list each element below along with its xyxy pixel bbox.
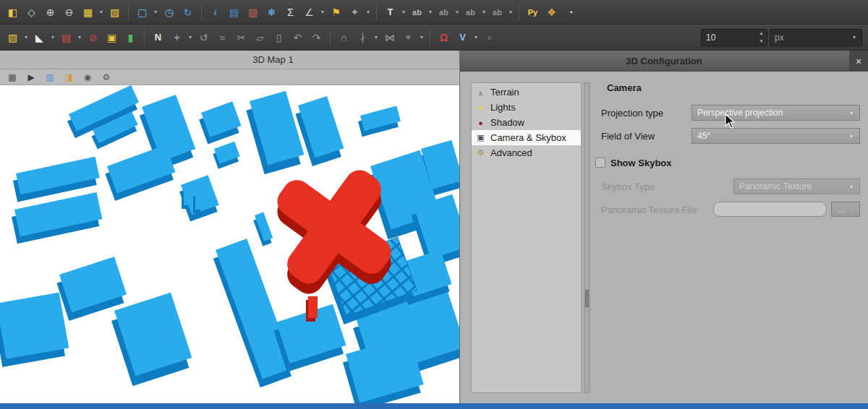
nav-scrollbar[interactable]	[584, 82, 590, 393]
current-edits-icon[interactable]: ▨	[4, 29, 21, 46]
toolbar-separator	[330, 30, 331, 46]
dropdown-caret-icon[interactable]: ▾	[473, 34, 479, 40]
temporal-controller-icon[interactable]: ◷	[161, 4, 177, 20]
dropdown-caret-icon[interactable]: ▾	[401, 9, 407, 15]
dropdown-caret-icon[interactable]: ▾	[373, 34, 379, 40]
north-arrow-icon[interactable]: N	[150, 29, 166, 46]
attribute-table-icon[interactable]: ▤	[226, 4, 242, 20]
metasearch-icon[interactable]: ◔	[562, 4, 579, 20]
save-as-image-icon[interactable]: ▥	[43, 71, 56, 84]
nav-item-lights[interactable]: ● Lights	[472, 100, 581, 115]
label-tool-icon[interactable]: ab	[435, 4, 452, 20]
dropdown-caret-icon[interactable]: ▾	[98, 9, 104, 15]
rotate-feature-icon[interactable]: ↺	[195, 29, 212, 46]
zoom-out-icon[interactable]: ⊖	[61, 4, 77, 20]
simplify-feature-icon[interactable]: ≈	[214, 29, 231, 46]
close-button[interactable]: ×	[849, 51, 868, 72]
processing-toolbox-icon[interactable]: ❄	[263, 4, 280, 20]
toolbar-separator	[128, 4, 129, 20]
paste-features-icon[interactable]: ▯	[271, 29, 287, 46]
chevron-down-icon: ▾	[848, 133, 854, 139]
split-features-icon[interactable]: ∤	[354, 29, 371, 46]
show-skybox-checkbox[interactable]	[595, 158, 605, 168]
vertex-tool-icon[interactable]: ⌖	[400, 29, 417, 46]
main-toolbar: ◧ ◇ ⊕ ⊖ ▦ ▾ ▧ ▢ ▾ ◷ ↻ i ▤ ▥ ❄ Σ ∠ ▾ ⚑ ⌖ …	[0, 0, 868, 25]
text-annotation-icon[interactable]: T	[382, 4, 399, 20]
spinner-value[interactable]: 10	[702, 30, 755, 46]
identify-features-icon[interactable]: i	[207, 4, 224, 20]
camera-control-icon[interactable]: ▦	[6, 71, 19, 84]
tracing-icon[interactable]: ▫	[481, 29, 498, 46]
projection-type-label: Projection type	[601, 108, 663, 119]
toggle-editing-icon[interactable]: ⊘	[85, 29, 101, 46]
visibility-icon[interactable]: ◉	[81, 71, 94, 84]
snapping-icon[interactable]: Ω	[435, 29, 452, 46]
raster-histogram-icon[interactable]: ▥	[244, 4, 261, 20]
play-animation-icon[interactable]: ▶	[25, 71, 38, 84]
spin-down-icon[interactable]: ▾	[756, 38, 767, 46]
merge-features-icon[interactable]: ⋈	[381, 29, 398, 46]
gradient-fill-icon[interactable]: ◣	[31, 29, 48, 46]
save-edits-icon[interactable]: ▣	[103, 29, 120, 46]
digitize-with-curve-icon[interactable]: V	[454, 29, 471, 46]
dropdown-caret-icon[interactable]: ▾	[508, 9, 514, 15]
move-feature-icon[interactable]: +	[169, 29, 185, 46]
copy-features-icon[interactable]: ▱	[252, 29, 268, 46]
dialog-titlebar[interactable]: 3D Configuration	[460, 51, 868, 72]
label-tool-icon[interactable]: ab	[462, 4, 479, 20]
zoom-in-icon[interactable]: ⊕	[42, 4, 59, 20]
spinner-arrows[interactable]: ▴ ▾	[755, 30, 767, 46]
export-scene-icon[interactable]: ◨	[62, 71, 75, 84]
map-tips-icon[interactable]: ⚑	[328, 4, 344, 20]
new-vector-layer-icon[interactable]: ▤	[58, 29, 75, 46]
projection-type-select[interactable]: Perspective projection ▾	[692, 105, 860, 121]
unit-select[interactable]: px ▾	[770, 29, 862, 46]
dropdown-caret-icon[interactable]: ▾	[153, 9, 158, 15]
nav-item-advanced[interactable]: ⚙ Advanced	[472, 145, 581, 160]
dropdown-caret-icon[interactable]: ▾	[187, 34, 193, 40]
refresh-map-icon[interactable]: ↻	[179, 4, 196, 20]
toolbar-separator	[376, 4, 377, 20]
zoom-to-selection-icon[interactable]: ⌖	[346, 4, 363, 20]
deselect-features-icon[interactable]: ▧	[106, 4, 123, 20]
field-of-view-value: 45°	[697, 131, 710, 141]
scrollbar-handle[interactable]	[585, 290, 589, 307]
skybox-type-label: Skybox Type	[601, 181, 655, 192]
dropdown-caret-icon[interactable]: ▾	[427, 9, 433, 15]
reshape-features-icon[interactable]: ∩	[336, 29, 352, 46]
label-tool-icon[interactable]: ab	[489, 4, 506, 20]
python-console-icon[interactable]: Py	[524, 4, 541, 20]
dropdown-caret-icon[interactable]: ▾	[419, 34, 425, 40]
field-of-view-select[interactable]: 45° ▾	[692, 128, 860, 144]
cut-features-icon[interactable]: ✂	[233, 29, 250, 46]
measure-icon[interactable]: ∠	[301, 4, 318, 20]
nav-item-camera-skybox[interactable]: ▣ Camera & Skybox	[472, 130, 581, 145]
label-tool-icon[interactable]: ab	[409, 4, 425, 20]
tolerance-spinner[interactable]: 10 ▴ ▾	[701, 29, 767, 46]
select-features-icon[interactable]: ▦	[80, 4, 96, 20]
dropdown-caret-icon[interactable]: ▾	[50, 34, 56, 40]
nav-item-terrain[interactable]: ▲ Terrain	[472, 85, 581, 100]
panoramic-texture-file-input	[713, 202, 827, 217]
configure-effects-icon[interactable]: ⚙	[100, 71, 113, 84]
dropdown-caret-icon[interactable]: ▾	[454, 9, 460, 15]
dropdown-caret-icon[interactable]: ▾	[320, 9, 326, 15]
redo-icon[interactable]: ↷	[308, 29, 325, 46]
add-feature-icon[interactable]: ▮	[122, 29, 139, 46]
dropdown-caret-icon[interactable]: ▾	[481, 9, 487, 15]
layer-styling-icon[interactable]: ◧	[4, 4, 21, 20]
plugin-manager-icon[interactable]: ❖	[543, 4, 560, 20]
statistical-summary-icon[interactable]: Σ	[282, 4, 299, 20]
dropdown-caret-icon[interactable]: ▾	[77, 34, 82, 40]
undo-icon[interactable]: ↶	[289, 29, 306, 46]
nav-item-shadow[interactable]: ● Shadow	[472, 115, 581, 130]
3d-map-view[interactable]	[0, 85, 459, 403]
nav-item-label: Terrain	[490, 87, 519, 98]
pan-map-icon[interactable]: ◇	[23, 4, 40, 20]
dropdown-caret-icon[interactable]: ▾	[851, 34, 857, 40]
dropdown-caret-icon[interactable]: ▾	[365, 9, 371, 15]
dropdown-caret-icon[interactable]: ▾	[23, 34, 29, 40]
show-skybox-label[interactable]: Show Skybox	[610, 158, 672, 168]
spin-up-icon[interactable]: ▴	[756, 30, 767, 38]
new-map-view-icon[interactable]: ▢	[134, 4, 150, 20]
